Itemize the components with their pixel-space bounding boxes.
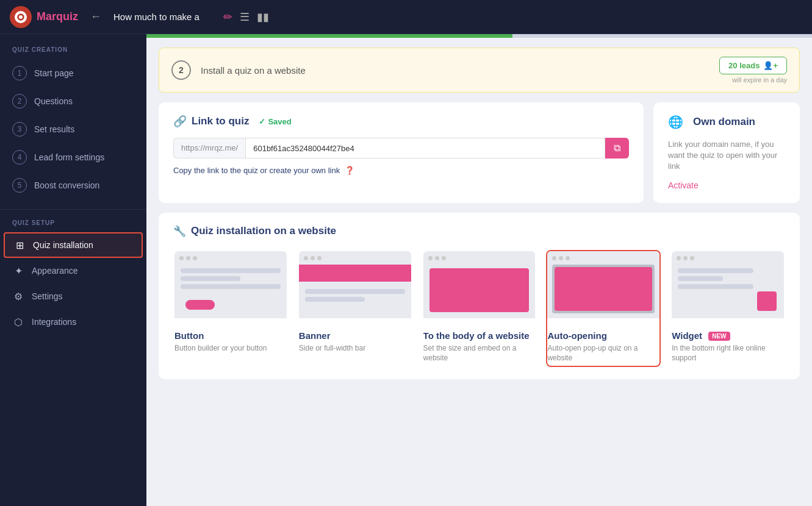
help-icon[interactable]: ❓ <box>345 166 354 175</box>
link-prefix: https://mrqz.me/ <box>173 138 245 159</box>
auto-option-preview <box>547 251 659 318</box>
install-section: 🔧 Quiz installation on a website <box>159 213 800 380</box>
banner-option-label: Banner <box>299 330 411 341</box>
sidebar-item-set-results[interactable]: 3 Set results <box>0 115 146 143</box>
body-option-preview <box>423 251 536 318</box>
integrations-icon: ⬡ <box>12 316 24 328</box>
link-title-text: Link to quiz <box>192 115 249 127</box>
app-logo-icon <box>10 6 32 28</box>
install-section-title: 🔧 Quiz installation on a website <box>173 225 785 238</box>
sidebar-num-4: 4 <box>12 150 27 165</box>
sidebar-label-boost-conversion: Boost conversion <box>34 180 99 190</box>
sidebar-item-appearance[interactable]: ✦ Appearance <box>0 258 146 283</box>
widget-option-preview <box>672 251 784 318</box>
sidebar-num-2: 2 <box>12 94 27 109</box>
sidebar-label-appearance: Appearance <box>32 266 78 276</box>
check-icon: ✓ <box>259 117 265 126</box>
banner-step-circle: 2 <box>171 60 191 80</box>
install-option-auto-opening[interactable]: Auto-opening Auto-open pop-up quiz on a … <box>546 250 661 368</box>
sidebar-item-start-page[interactable]: 1 Start page <box>0 59 146 87</box>
domain-description: Link your domain name, if you want the q… <box>668 139 785 173</box>
body-option-desc: Set the size and embed on a website <box>423 343 536 364</box>
sidebar-num-1: 1 <box>12 66 27 80</box>
leads-button[interactable]: 20 leads 👤+ <box>719 57 787 74</box>
sidebar-divider <box>0 209 146 210</box>
install-option-banner[interactable]: Banner Side or full-width bar <box>298 250 412 368</box>
sidebar-item-integrations[interactable]: ⬡ Integrations <box>0 309 146 335</box>
sidebar-item-boost-conversion[interactable]: 5 Boost conversion <box>0 171 146 199</box>
leads-area: 20 leads 👤+ will expire in a day <box>719 57 787 84</box>
logo-area: Marquiz <box>10 6 78 28</box>
body-option-info: To the body of a website Set the size an… <box>423 318 536 366</box>
auto-option-label: Auto-opening <box>547 330 659 341</box>
install-option-widget[interactable]: Widget NEW In the bottom right like onli… <box>670 250 785 368</box>
banner-preview-lines <box>305 289 405 305</box>
own-domain-card: 🌐 Own domain Link your domain name, if y… <box>653 102 800 203</box>
sidebar-label-set-results: Set results <box>34 124 74 134</box>
edit-icon[interactable]: ✏ <box>223 10 232 24</box>
body-preview-block <box>429 268 530 312</box>
link-value-input[interactable] <box>245 138 605 159</box>
back-button[interactable]: ← <box>85 8 106 26</box>
dot10 <box>552 256 556 260</box>
dot6 <box>317 256 322 260</box>
install-banner: 2 Install a quiz on a website 20 leads 👤… <box>159 48 800 93</box>
link-input-row: https://mrqz.me/ ⧉ <box>173 138 629 159</box>
content-area: 2 Install a quiz on a website 20 leads 👤… <box>146 34 812 506</box>
topbar-icons: ✏ ☰ ▮▮ <box>223 10 269 24</box>
globe-icon: 🌐 <box>668 115 683 129</box>
dot4 <box>304 256 308 260</box>
sidebar-num-5: 5 <box>12 178 27 193</box>
activate-link[interactable]: Activate <box>668 180 699 190</box>
button-option-label: Button <box>174 330 287 341</box>
sidebar: QUIZ CREATION 1 Start page 2 Questions 3… <box>0 34 146 506</box>
link-card-title: 🔗 Link to quiz ✓ Saved <box>173 115 629 128</box>
domain-card-title: 🌐 Own domain <box>668 115 785 129</box>
main-layout: QUIZ CREATION 1 Start page 2 Questions 3… <box>0 34 812 506</box>
auto-preview-popup <box>555 267 652 311</box>
saved-badge: ✓ Saved <box>259 117 291 126</box>
copy-button[interactable]: ⧉ <box>605 138 629 159</box>
dot1 <box>179 256 184 260</box>
saved-label: Saved <box>268 117 291 126</box>
banner-line-1 <box>305 289 405 294</box>
install-option-button[interactable]: Button Button builder or your button <box>173 250 288 368</box>
button-option-desc: Button builder or your button <box>174 343 287 354</box>
sidebar-item-quiz-installation[interactable]: ⊞ Quiz installation <box>4 232 143 258</box>
link-hint: Copy the link to the quiz or create your… <box>173 166 629 175</box>
link-icon: 🔗 <box>173 115 187 128</box>
sidebar-item-lead-form[interactable]: 4 Lead form settings <box>0 143 146 171</box>
link-to-quiz-card: 🔗 Link to quiz ✓ Saved https://mrqz.me/ … <box>159 102 644 203</box>
progress-bar-inner <box>146 34 512 38</box>
appearance-icon: ✦ <box>12 265 24 277</box>
progress-bar-outer <box>146 34 812 38</box>
sidebar-item-settings[interactable]: ⚙ Settings <box>0 283 146 309</box>
settings-icon: ⚙ <box>12 290 24 302</box>
list-icon[interactable]: ☰ <box>240 10 250 24</box>
expire-text: will expire in a day <box>732 76 787 84</box>
dot9 <box>442 256 446 260</box>
dot3 <box>193 256 197 260</box>
quiz-creation-label: QUIZ CREATION <box>0 46 146 59</box>
sidebar-label-integrations: Integrations <box>32 317 76 327</box>
chart-icon[interactable]: ▮▮ <box>257 10 269 24</box>
wrench-icon: 🔧 <box>173 225 186 238</box>
quiz-installation-icon: ⊞ <box>13 239 26 251</box>
install-option-body[interactable]: To the body of a website Set the size an… <box>422 250 537 368</box>
banner-line-2 <box>305 297 365 302</box>
banner-option-info: Banner Side or full-width bar <box>299 318 411 356</box>
sidebar-label-settings: Settings <box>32 291 63 301</box>
widget-preview-btn <box>757 291 777 311</box>
banner-text: Install a quiz on a website <box>201 65 710 76</box>
install-section-title-text: Quiz installation on a website <box>191 225 336 237</box>
banner-preview-bar <box>299 265 411 282</box>
sidebar-item-questions[interactable]: 2 Questions <box>0 87 146 115</box>
banner-option-desc: Side or full-width bar <box>299 343 411 354</box>
button-preview <box>174 251 287 318</box>
widget-preview-lines <box>678 268 753 292</box>
widget-line-2 <box>678 276 723 281</box>
sidebar-num-3: 3 <box>12 122 27 137</box>
dot13 <box>677 256 681 260</box>
dot2 <box>186 256 190 260</box>
quiz-title-input[interactable] <box>113 12 211 22</box>
